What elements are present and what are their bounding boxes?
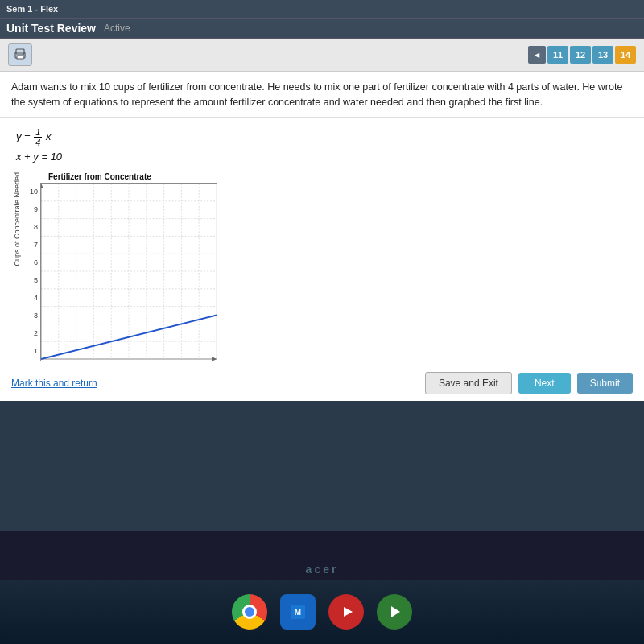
graph-y-numbers: 1 2 3 4 5 6 7 8 9 10: [26, 183, 40, 360]
chrome-icon[interactable]: [232, 594, 267, 630]
y-label-3: 3: [26, 307, 38, 324]
y-label-8: 8: [26, 218, 38, 236]
equation-1: y = 1 4 x: [16, 127, 628, 147]
graph-container: Cups of Concentrate Needed Fertilizer fr…: [0, 169, 644, 365]
page-back-arrow[interactable]: ◄: [528, 46, 546, 64]
y-label-6: 6: [26, 254, 38, 271]
graph-wrapper: Fertilizer from Concentrate 1 2 3 4 5 6 …: [26, 172, 217, 361]
play-icon[interactable]: [377, 594, 412, 630]
equation-2: x + y = 10: [16, 151, 628, 163]
svg-marker-32: [391, 606, 400, 617]
submit-button[interactable]: Submit: [577, 373, 633, 394]
svg-rect-0: [16, 49, 24, 54]
bottom-bar: Mark this and return Save and Exit Next …: [0, 365, 644, 401]
taskbar: M: [0, 580, 644, 644]
svg-marker-31: [344, 607, 353, 617]
svg-point-3: [23, 54, 24, 56]
graph-svg: [40, 183, 217, 361]
course-title: Sem 1 - Flex: [6, 4, 58, 14]
y-label-9: 9: [26, 200, 38, 218]
svg-marker-26: [40, 184, 43, 188]
y-label-2: 2: [26, 324, 38, 342]
svg-marker-27: [212, 357, 217, 361]
next-button[interactable]: Next: [518, 373, 571, 394]
svg-rect-2: [17, 56, 23, 59]
toolbar: ◄ 11 12 13 14: [0, 39, 644, 72]
y-label-10: 10: [26, 183, 38, 200]
eq1-numerator: 1: [34, 127, 42, 138]
y-label-1: 1: [26, 342, 38, 360]
acer-label: acer: [306, 563, 339, 576]
action-buttons: Save and Exit Next Submit: [425, 372, 633, 394]
youtube-icon[interactable]: [328, 594, 364, 630]
graph-y-label: Cups of Concentrate Needed: [13, 172, 24, 266]
y-label-5: 5: [26, 271, 38, 289]
unit-title: Unit Test Review: [6, 22, 96, 35]
graph-title: Fertilizer from Concentrate: [48, 172, 217, 181]
page-13-btn[interactable]: 13: [592, 46, 613, 64]
mark-return-link[interactable]: Mark this and return: [11, 378, 97, 389]
status-badge: Active: [104, 23, 130, 34]
blue-app-icon[interactable]: M: [280, 594, 316, 630]
question-text: Adam wants to mix 10 cups of fertilizer …: [11, 80, 633, 110]
equations-area: y = 1 4 x x + y = 10: [0, 118, 644, 169]
question-area: Adam wants to mix 10 cups of fertilizer …: [0, 72, 644, 118]
y-label-4: 4: [26, 289, 38, 307]
svg-text:M: M: [295, 608, 301, 617]
page-14-btn[interactable]: 14: [615, 46, 636, 64]
pagination: ◄ 11 12 13 14: [528, 46, 636, 64]
eq1-denominator: 4: [34, 138, 42, 147]
eq1-fraction: 1 4: [34, 127, 42, 147]
eq1-prefix: y =: [16, 130, 31, 142]
save-exit-button[interactable]: Save and Exit: [425, 372, 512, 394]
eq1-suffix: x: [46, 130, 52, 142]
y-label-7: 7: [26, 236, 38, 254]
print-button[interactable]: [8, 43, 32, 66]
page-12-btn[interactable]: 12: [570, 46, 591, 64]
page-11-btn[interactable]: 11: [547, 46, 568, 64]
